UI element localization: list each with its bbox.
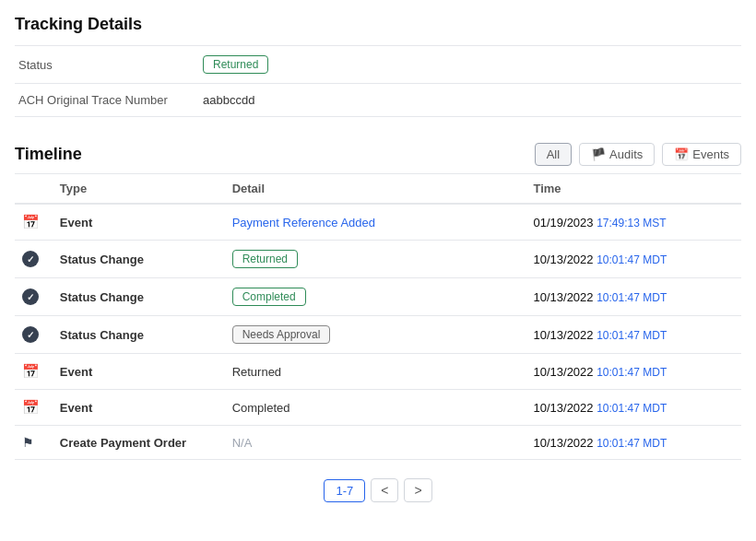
detail-link[interactable]: Payment Reference Added: [232, 216, 375, 229]
header-icon-col: [15, 174, 53, 204]
table-row: 📅EventCompleted10/13/2022 10:01:47 MDT: [15, 390, 741, 426]
row-type: Status Change: [53, 316, 225, 354]
pagination: 1-7 < >: [15, 478, 741, 502]
page-info: 1-7: [324, 479, 365, 502]
timeline-table: Type Detail Time 📅EventPayment Reference…: [15, 174, 741, 460]
row-type: Status Change: [53, 241, 225, 278]
time-date: 10/13/2022: [533, 253, 593, 266]
row-time: 10/13/2022 10:01:47 MDT: [526, 241, 741, 278]
calendar-icon: 📅: [22, 399, 40, 415]
time-date: 01/19/2023: [533, 216, 593, 229]
table-row: 📅EventReturned10/13/2022 10:01:47 MDT: [15, 354, 741, 390]
flag-icon: ⚑: [22, 435, 34, 450]
check-circle-icon: ✓: [22, 288, 39, 305]
time-clock: 10:01:47 MDT: [597, 291, 667, 304]
row-detail: N/A: [225, 426, 526, 460]
trace-row: ACH Original Trace Number aabbccdd: [15, 84, 741, 117]
row-icon-cell: ✓: [15, 278, 53, 316]
next-page-button[interactable]: >: [404, 478, 431, 502]
filter-events-label: Events: [692, 147, 729, 161]
filter-events-button[interactable]: 📅 Events: [662, 143, 741, 166]
timeline-title: Timeline: [15, 145, 82, 164]
row-icon-cell: 📅: [15, 354, 53, 390]
row-icon-cell: ✓: [15, 241, 53, 278]
status-badge: Returned: [203, 55, 268, 74]
row-time: 10/13/2022 10:01:47 MDT: [526, 354, 741, 390]
check-circle-icon: ✓: [22, 251, 39, 267]
filter-audits-button[interactable]: 🏴 Audits: [579, 143, 655, 166]
time-clock: 10:01:47 MDT: [597, 329, 667, 342]
row-time: 10/13/2022 10:01:47 MDT: [526, 316, 741, 354]
time-clock: 10:01:47 MDT: [597, 366, 667, 379]
table-row: ✓Status ChangeCompleted10/13/2022 10:01:…: [15, 278, 741, 316]
calendar-icon: 📅: [22, 214, 40, 229]
row-icon-cell: ✓: [15, 316, 53, 354]
row-detail: Returned: [225, 241, 526, 278]
table-row: ✓Status ChangeReturned10/13/2022 10:01:4…: [15, 241, 741, 278]
header-type: Type: [53, 174, 225, 204]
time-clock: 10:01:47 MDT: [597, 253, 667, 266]
row-type: Event: [53, 204, 225, 241]
table-header: Type Detail Time: [15, 174, 741, 204]
row-detail: Completed: [225, 390, 526, 426]
status-label: Status: [18, 58, 203, 72]
timeline-body: 📅EventPayment Reference Added01/19/2023 …: [15, 204, 741, 460]
row-time: 01/19/2023 17:49:13 MST: [526, 204, 741, 241]
row-type: Status Change: [53, 278, 225, 316]
row-detail: Needs Approval: [225, 316, 526, 354]
row-icon-cell: 📅: [15, 204, 53, 241]
table-row: 📅EventPayment Reference Added01/19/2023 …: [15, 204, 741, 241]
row-detail: Completed: [225, 278, 526, 316]
detail-badge-needs-approval: Needs Approval: [232, 325, 331, 344]
time-date: 10/13/2022: [533, 328, 593, 342]
row-type: Create Payment Order: [53, 426, 225, 460]
row-time: 10/13/2022 10:01:47 MDT: [526, 390, 741, 426]
row-time: 10/13/2022 10:01:47 MDT: [526, 426, 741, 460]
status-value: Returned: [203, 55, 268, 74]
header-detail: Detail: [225, 174, 526, 204]
row-type: Event: [53, 390, 225, 426]
filter-buttons: All 🏴 Audits 📅 Events: [535, 143, 741, 166]
check-circle-icon: ✓: [22, 326, 39, 343]
time-clock: 10:01:47 MDT: [597, 437, 667, 450]
prev-page-button[interactable]: <: [371, 478, 398, 502]
row-icon-cell: ⚑: [15, 426, 53, 460]
filter-audits-label: Audits: [609, 147, 643, 161]
time-date: 10/13/2022: [533, 436, 593, 450]
detail-badge-completed: Completed: [232, 288, 306, 306]
row-icon-cell: 📅: [15, 390, 53, 426]
trace-value: aabbccdd: [203, 93, 254, 107]
row-time: 10/13/2022 10:01:47 MDT: [526, 278, 741, 316]
table-row: ✓Status ChangeNeeds Approval10/13/2022 1…: [15, 316, 741, 354]
row-type: Event: [53, 354, 225, 390]
timeline-header: Timeline All 🏴 Audits 📅 Events: [15, 143, 741, 166]
header-time: Time: [526, 174, 741, 204]
status-row: Status Returned: [15, 46, 741, 84]
filter-all-button[interactable]: All: [535, 143, 572, 166]
table-row: ⚑Create Payment OrderN/A10/13/2022 10:01…: [15, 426, 741, 460]
time-date: 10/13/2022: [533, 365, 593, 379]
row-detail: Payment Reference Added: [225, 204, 526, 241]
flag-filter-icon: 🏴: [591, 147, 606, 161]
page-title: Tracking Details: [15, 15, 741, 34]
calendar-icon: 📅: [22, 363, 40, 379]
trace-label: ACH Original Trace Number: [18, 93, 203, 107]
time-date: 10/13/2022: [533, 290, 593, 304]
time-clock: 10:01:47 MDT: [597, 402, 667, 415]
calendar-filter-icon: 📅: [674, 147, 689, 161]
detail-badge-returned: Returned: [232, 250, 298, 268]
detail-na: N/A: [232, 436, 253, 450]
time-clock: 17:49:13 MST: [597, 217, 666, 229]
header-row: Type Detail Time: [15, 174, 741, 204]
time-date: 10/13/2022: [533, 401, 593, 415]
row-detail: Returned: [225, 354, 526, 390]
